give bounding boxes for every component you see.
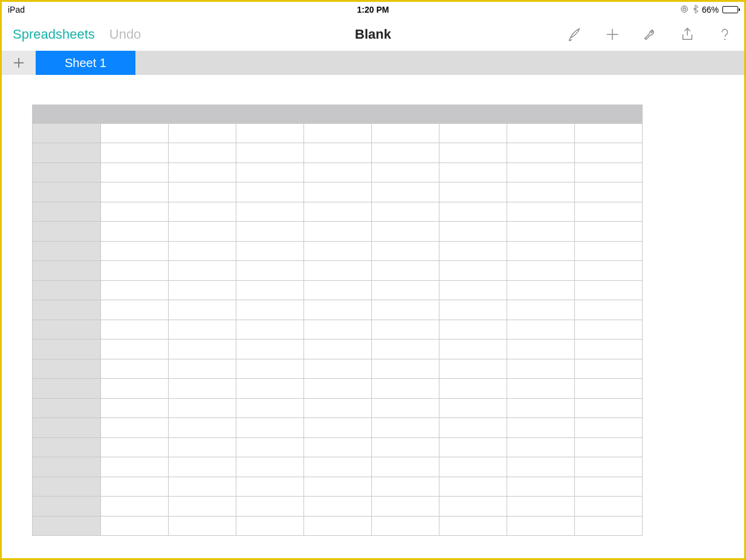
row-header[interactable] [33,457,100,477]
cell[interactable] [507,300,574,320]
plus-icon[interactable] [604,26,621,43]
cell[interactable] [574,202,642,221]
cell[interactable] [303,202,371,221]
cell[interactable] [371,496,439,516]
cell[interactable] [439,143,507,163]
cell[interactable] [574,417,642,437]
cell[interactable] [100,221,168,241]
cell[interactable] [507,202,574,221]
cell[interactable] [371,163,439,182]
cell[interactable] [100,496,168,516]
cell[interactable] [574,182,642,202]
row-header[interactable] [33,339,100,359]
spreadsheets-back-button[interactable]: Spreadsheets [13,27,95,42]
cell[interactable] [236,123,303,143]
cell[interactable] [303,417,371,437]
cell[interactable] [236,359,303,378]
cell[interactable] [574,496,642,516]
cell[interactable] [100,143,168,163]
column-header[interactable] [168,105,236,123]
cell[interactable] [168,221,236,241]
row-header[interactable] [33,241,100,260]
cell[interactable] [303,163,371,182]
cell[interactable] [574,123,642,143]
cell[interactable] [507,320,574,339]
cell[interactable] [303,260,371,280]
cell[interactable] [574,378,642,398]
cell[interactable] [236,496,303,516]
cell[interactable] [236,260,303,280]
cell[interactable] [371,202,439,221]
cell[interactable] [439,320,507,339]
cell[interactable] [439,241,507,260]
cell[interactable] [371,300,439,320]
cell[interactable] [371,280,439,300]
brush-icon[interactable] [566,26,583,43]
cell[interactable] [371,339,439,359]
column-header[interactable] [507,105,574,123]
cell[interactable] [303,339,371,359]
cell[interactable] [303,241,371,260]
cell[interactable] [100,280,168,300]
cell[interactable] [236,221,303,241]
cell[interactable] [100,457,168,477]
cell[interactable] [100,378,168,398]
cell[interactable] [371,378,439,398]
undo-button[interactable]: Undo [109,27,141,42]
cell[interactable] [100,123,168,143]
cell[interactable] [236,378,303,398]
cell[interactable] [574,516,642,535]
cell[interactable] [439,437,507,457]
cell[interactable] [168,260,236,280]
cell[interactable] [439,300,507,320]
column-header[interactable] [574,105,642,123]
row-header[interactable] [33,516,100,535]
cell[interactable] [439,280,507,300]
cell[interactable] [100,398,168,417]
cell[interactable] [507,437,574,457]
add-sheet-button[interactable] [2,51,36,75]
row-header[interactable] [33,221,100,241]
cell[interactable] [574,320,642,339]
spreadsheet-table[interactable] [32,105,643,536]
cell[interactable] [168,496,236,516]
cell[interactable] [100,260,168,280]
cell[interactable] [574,143,642,163]
cell[interactable] [507,477,574,496]
cell[interactable] [574,339,642,359]
cell[interactable] [236,437,303,457]
row-header[interactable] [33,359,100,378]
row-header[interactable] [33,378,100,398]
cell[interactable] [507,417,574,437]
cell[interactable] [168,300,236,320]
cell[interactable] [168,123,236,143]
cell[interactable] [371,457,439,477]
cell[interactable] [236,280,303,300]
cell[interactable] [100,320,168,339]
cell[interactable] [168,477,236,496]
cell[interactable] [574,359,642,378]
cell[interactable] [439,163,507,182]
cell[interactable] [371,320,439,339]
cell[interactable] [168,516,236,535]
sheet-tab-1[interactable]: Sheet 1 [36,51,135,75]
cell[interactable] [507,516,574,535]
cell[interactable] [168,163,236,182]
cell[interactable] [439,182,507,202]
share-icon[interactable] [679,26,696,43]
cell[interactable] [236,143,303,163]
cell[interactable] [507,457,574,477]
cell[interactable] [371,143,439,163]
cell[interactable] [507,241,574,260]
cell[interactable] [168,378,236,398]
cell[interactable] [439,359,507,378]
row-header[interactable] [33,417,100,437]
cell[interactable] [100,516,168,535]
cell[interactable] [439,260,507,280]
cell[interactable] [507,339,574,359]
cell[interactable] [574,398,642,417]
column-header[interactable] [303,105,371,123]
cell[interactable] [507,496,574,516]
cell[interactable] [168,339,236,359]
cell[interactable] [236,241,303,260]
